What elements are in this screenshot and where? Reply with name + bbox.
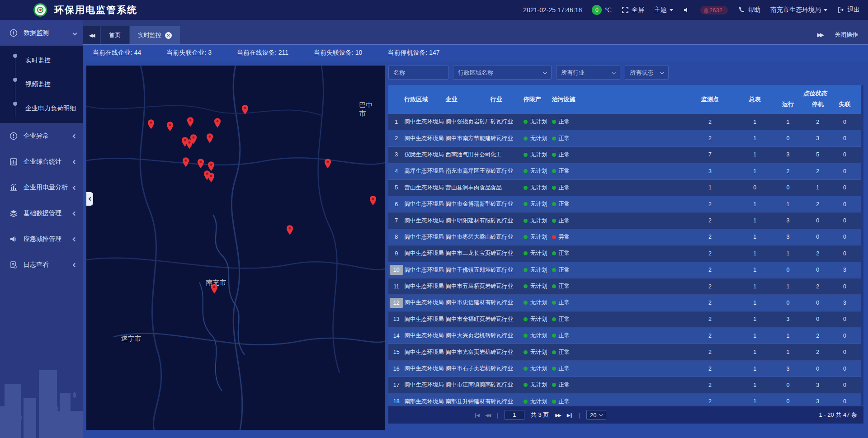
logout-button[interactable]: 退出 xyxy=(837,6,860,14)
sidebar-group-日志查看[interactable]: 日志查看 xyxy=(0,252,83,278)
table-row[interactable]: 5营山生态环境局营山县润丰肉食品有限食品无计划正常10010 xyxy=(388,180,861,196)
sidebar-group-企业综合统计[interactable]: 企业综合统计 xyxy=(0,149,83,174)
map-location-pin[interactable] xyxy=(165,121,175,132)
mute-button[interactable] xyxy=(683,6,690,14)
sidebar-group-数据监测[interactable]: 数据监测 xyxy=(0,20,83,46)
cell-facility-status: 正常 xyxy=(552,135,679,142)
table-row[interactable]: 8阆中生态环境局阆中市枣碧大梁山页岩砖瓦行业无计划异常21300 xyxy=(388,229,861,245)
city-silhouette-decoration xyxy=(0,348,83,438)
facility-status-label: 正常 xyxy=(559,135,570,142)
cell-enterprise: 阆中明阳建材有限公司 xyxy=(445,217,490,225)
total-pages-label: 共 3 页 xyxy=(531,411,549,419)
column-header-治污设施: 治污设施 xyxy=(552,95,679,104)
cell-disconnected: 0 xyxy=(829,333,861,339)
cell-monitor-points: 2 xyxy=(679,250,741,257)
cell-disconnected: 0 xyxy=(829,168,861,174)
stat-当前失联设备: 当前失联设备: 10 xyxy=(314,49,362,57)
cell-enterprise: 阆中市五马桥页岩机砖 xyxy=(445,283,490,290)
sidebar-item-实时监控[interactable]: 实时监控 xyxy=(0,48,83,72)
chevron-left-icon xyxy=(73,158,76,165)
cell-region: 阆中生态环境局 xyxy=(405,118,446,126)
last-page-button[interactable]: ▶❙ xyxy=(567,413,572,418)
table-row[interactable]: 17阆中生态环境局阆中市江南镇阆南页岩砖瓦行业无计划正常21030 xyxy=(388,377,861,393)
next-page-button[interactable]: ▶▶ xyxy=(555,413,560,418)
cell-monitor-points: 2 xyxy=(679,333,741,339)
cell-monitor-points: 2 xyxy=(679,135,741,141)
map-location-pin[interactable] xyxy=(186,117,195,127)
table-row[interactable]: 3仪陇生态环境局西南油气田分公司川中化工无计划正常71350 xyxy=(388,147,861,163)
sidebar-group-企业用电量分析[interactable]: 企业用电量分析 xyxy=(0,174,83,200)
status-dot-green xyxy=(552,219,556,223)
sidebar-group-基础数据管理[interactable]: 基础数据管理 xyxy=(0,200,83,226)
sidebar-item-视频监控[interactable]: 视频监控 xyxy=(0,72,83,96)
tabs-scroll-left-button[interactable]: ◀◀ xyxy=(83,26,100,44)
cell-region: 阆中生态环境局 xyxy=(405,365,446,372)
tab-label: 首页 xyxy=(109,31,121,39)
double-right-arrow-icon[interactable]: ▶▶ xyxy=(817,32,823,38)
gis-map[interactable]: 巴中市南充市遂宁市 xyxy=(86,66,385,430)
row-number: 16 xyxy=(388,366,405,372)
cell-industry: 食品 xyxy=(491,184,524,192)
table-row[interactable]: 12阆中生态环境局阆中市忠信建材有限公砖瓦行业无计划正常21003 xyxy=(388,295,861,311)
tab-实时监控[interactable]: 实时监控✕ xyxy=(130,26,180,44)
status-select[interactable]: 所有状态 xyxy=(625,66,669,80)
status-dot-green xyxy=(552,251,556,255)
status-dot-green xyxy=(552,169,556,173)
table-row[interactable]: 9阆中生态环境局阆中市二龙长宝页岩砖砖瓦行业无计划正常21120 xyxy=(388,245,861,262)
cell-industry: 砖瓦行业 xyxy=(491,398,524,405)
cell-running: 3 xyxy=(769,217,807,224)
cell-limit-status: 无计划 xyxy=(524,184,552,192)
facility-status-label: 正常 xyxy=(559,151,570,159)
map-location-pin[interactable] xyxy=(368,195,377,206)
table-row[interactable]: 16阆中生态环境局阆中市石子页岩机砖厂砖瓦行业无计划正常21300 xyxy=(388,361,861,377)
map-location-pin[interactable] xyxy=(210,283,219,294)
facility-status-label: 正常 xyxy=(559,118,570,126)
industry-select[interactable]: 所有行业 xyxy=(556,66,620,80)
phone-icon xyxy=(738,6,745,14)
map-location-pin[interactable] xyxy=(189,134,198,145)
sidebar-group-应急减排管理[interactable]: 应急减排管理 xyxy=(0,226,83,252)
table-row[interactable]: 11阆中生态环境局阆中市五马桥页岩机砖砖瓦行业无计划正常21120 xyxy=(388,278,861,295)
notification-count-badge[interactable]: 2632 xyxy=(700,6,728,14)
table-row[interactable]: 4高坪生态环境局南充市高坪区王家店建砖瓦行业无计划正常31220 xyxy=(388,163,861,179)
cell-facility-status: 正常 xyxy=(552,398,679,405)
organization-menu-button[interactable]: 南充市生态环境局 xyxy=(770,6,827,14)
sidebar-collapse-handle[interactable] xyxy=(86,192,93,206)
table-row[interactable]: 6阆中生态环境局阆中市金博瑞新型墙材砖瓦行业无计划正常21120 xyxy=(388,196,861,212)
table-row[interactable]: 7阆中生态环境局阆中明阳建材有限公司砖瓦行业无计划正常21300 xyxy=(388,212,861,229)
map-location-pin[interactable] xyxy=(207,172,216,183)
map-location-pin[interactable] xyxy=(181,157,190,168)
cell-monitor-points: 2 xyxy=(679,234,741,240)
facility-status-label: 正常 xyxy=(559,381,570,389)
previous-page-button[interactable]: ◀◀ xyxy=(485,413,490,418)
region-select[interactable]: 行政区域名称 xyxy=(453,66,552,80)
cell-region: 南部生态环境局 xyxy=(405,398,446,405)
page-size-select[interactable]: 20 xyxy=(586,410,606,420)
map-location-pin[interactable] xyxy=(146,119,156,130)
table-row[interactable]: 15阆中生态环境局阆中市光富页岩机砖厂砖瓦行业无计划正常21120 xyxy=(388,344,861,360)
table-row[interactable]: 2阆中生态环境局阆中市南方节能建材有砖瓦行业无计划正常21030 xyxy=(388,130,861,146)
help-button[interactable]: 帮助 xyxy=(738,6,760,14)
theme-menu-button[interactable]: 主题 xyxy=(654,6,673,14)
tab-首页[interactable]: 首页 xyxy=(101,26,129,44)
table-row[interactable]: 1阆中生态环境局阆中强锐页岩砖厂砖瓦行业无计划正常21120 xyxy=(388,114,861,130)
map-location-pin[interactable] xyxy=(213,118,222,128)
table-row[interactable]: 13阆中生态环境局阆中市金福旺页岩机砖砖瓦行业无计划正常21300 xyxy=(388,311,861,328)
map-location-pin[interactable] xyxy=(241,104,250,115)
map-location-pin[interactable] xyxy=(285,225,294,235)
table-row[interactable]: 10阆中生态环境局阆中千佛镇五郎垭页岩砖瓦行业无计划正常21003 xyxy=(388,262,861,278)
map-location-pin[interactable] xyxy=(323,158,332,169)
map-location-pin[interactable] xyxy=(196,158,205,169)
first-page-button[interactable]: ❙◀ xyxy=(473,413,479,418)
fullscreen-button[interactable]: 全屏 xyxy=(622,6,644,14)
sidebar-item-企业电力负荷明细[interactable]: 企业电力负荷明细 xyxy=(0,96,83,120)
table-row[interactable]: 14阆中生态环境局阆中大兴页岩机砖厂砖瓦行业无计划正常21120 xyxy=(388,328,861,344)
tab-close-icon[interactable]: ✕ xyxy=(165,32,172,39)
map-location-pin[interactable] xyxy=(205,133,214,144)
page-number-input[interactable] xyxy=(505,410,524,420)
table-row[interactable]: 18南部生态环境局南部县升钟建材有限公砖瓦行业无计划正常21030 xyxy=(388,394,861,405)
row-number: 1 xyxy=(388,119,405,125)
sidebar-group-企业异常[interactable]: 企业异常 xyxy=(0,123,83,149)
name-search-input[interactable] xyxy=(388,66,448,80)
close-operations-button[interactable]: 关闭操作 xyxy=(835,31,858,39)
